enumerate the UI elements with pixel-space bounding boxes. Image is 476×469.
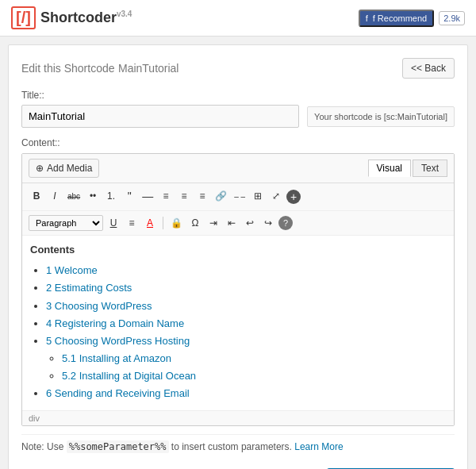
back-button[interactable]: << Back xyxy=(402,58,455,79)
toolbar-ul[interactable]: •• xyxy=(85,188,101,205)
toolbar-ol[interactable]: 1. xyxy=(103,188,119,205)
toolbar-redo[interactable]: ↪ xyxy=(260,215,276,232)
app-logo: [/] Shortcoderv3.4 xyxy=(11,6,132,29)
content-link[interactable]: 5.2 Installing at Digital Ocean xyxy=(62,370,196,382)
tab-text[interactable]: Text xyxy=(413,160,447,177)
shortcode-hint: Your shortcode is [sc:MainTutorial] xyxy=(307,106,455,127)
toolbar-hr[interactable]: — xyxy=(140,187,155,206)
content-link[interactable]: 1 Welcome xyxy=(46,264,98,276)
editor-statusbar: div xyxy=(22,410,454,425)
content-link[interactable]: 4 Registering a Domain Name xyxy=(46,317,184,329)
toolbar-indent[interactable]: ⇥ xyxy=(205,215,221,232)
add-media-button[interactable]: ⊕ Add Media xyxy=(29,159,99,178)
toolbar-align-center[interactable]: ≡ xyxy=(176,188,192,205)
editor-wrapper: ⊕ Add Media Visual Text B I abc •• 1. " … xyxy=(21,153,455,426)
visual-text-tabs: Visual Text xyxy=(368,160,447,177)
app-header: [/] Shortcoderv3.4 f f Recommend 2.9k xyxy=(0,0,476,37)
toolbar-bold[interactable]: B xyxy=(29,188,44,205)
toolbar-omega[interactable]: Ω xyxy=(187,215,203,232)
toolbar-color[interactable]: A xyxy=(142,215,158,232)
title-input[interactable] xyxy=(21,105,299,128)
add-media-icon: ⊕ xyxy=(36,163,44,174)
toolbar-undo[interactable]: ↩ xyxy=(242,215,258,232)
toolbar-more[interactable]: – – xyxy=(232,190,248,204)
list-item: 5 Choosing WordPress Hosting 5.1 Install… xyxy=(46,333,446,385)
main-panel: Edit this Shortcode MainTutorial << Back… xyxy=(8,44,468,469)
toolbar-row1: B I abc •• 1. " — ≡ ≡ ≡ 🔗 – – ⊞ ⤢ + xyxy=(22,183,454,211)
list-item: 3 Choosing WordPress xyxy=(46,298,446,315)
edit-page-title: Edit this Shortcode MainTutorial xyxy=(21,61,178,75)
toolbar-row2: Paragraph Heading 1 Heading 2 Heading 3 … xyxy=(22,211,454,236)
tab-visual[interactable]: Visual xyxy=(368,160,411,177)
content-list: 1 Welcome 2 Estimating Costs 3 Choosing … xyxy=(46,262,446,402)
toolbar-add[interactable]: + xyxy=(286,190,301,204)
header-actions: f f Recommend 2.9k xyxy=(359,10,465,27)
list-item: 4 Registering a Domain Name xyxy=(46,315,446,333)
content-link[interactable]: 2 Estimating Costs xyxy=(46,282,132,294)
learn-more-link[interactable]: Learn More xyxy=(294,441,343,452)
content-label: Content:: xyxy=(21,137,455,148)
content-link[interactable]: 5.1 Installing at Amazon xyxy=(62,352,171,364)
list-item: 2 Estimating Costs xyxy=(46,279,446,297)
toolbar-align-left[interactable]: ≡ xyxy=(158,188,174,205)
editor-content-area[interactable]: Contents 1 Welcome 2 Estimating Costs 3 … xyxy=(22,236,454,410)
toolbar-italic[interactable]: I xyxy=(47,188,63,205)
toolbar-link[interactable]: 🔗 xyxy=(213,188,229,205)
toolbar-blockquote[interactable]: " xyxy=(121,187,137,206)
toolbar-strikethrough[interactable]: abc xyxy=(65,190,83,204)
app-name: Shortcoderv3.4 xyxy=(40,10,132,26)
toolbar-underline[interactable]: U xyxy=(106,215,121,232)
statusbar-tag: div xyxy=(29,413,40,423)
paragraph-select[interactable]: Paragraph Heading 1 Heading 2 Heading 3 … xyxy=(29,215,103,231)
title-row: Your shortcode is [sc:MainTutorial] xyxy=(21,105,455,128)
content-link[interactable]: 3 Choosing WordPress xyxy=(46,300,152,312)
note-text: Note: Use xyxy=(21,441,67,452)
editor-topbar: ⊕ Add Media Visual Text xyxy=(22,154,454,183)
list-item: 6 Sending and Receiving Email xyxy=(46,385,446,402)
note-section: Note: Use %%someParameter%% to insert cu… xyxy=(21,434,455,459)
note-text2: to insert custom parameters. xyxy=(169,441,295,452)
toolbar-help[interactable]: ? xyxy=(278,216,293,230)
content-heading: Contents xyxy=(30,244,446,256)
note-code: %%someParameter%% xyxy=(67,440,169,453)
toolbar-outdent[interactable]: ⇤ xyxy=(224,215,240,232)
content-sublist: 5.1 Installing at Amazon 5.2 Installing … xyxy=(62,350,446,385)
toolbar-justify[interactable]: ≡ xyxy=(124,215,140,232)
fb-count: 2.9k xyxy=(439,11,465,25)
toolbar-fullscreen[interactable]: ⤢ xyxy=(268,188,284,205)
toolbar-align-right[interactable]: ≡ xyxy=(194,188,210,205)
toolbar-sep1 xyxy=(163,217,163,229)
toolbar-lock[interactable]: 🔒 xyxy=(168,215,185,232)
content-link[interactable]: 5 Choosing WordPress Hosting xyxy=(46,335,190,347)
fb-icon: f xyxy=(366,13,368,23)
list-item: 5.1 Installing at Amazon xyxy=(62,350,446,367)
logo-icon: [/] xyxy=(11,6,36,29)
list-item: 5.2 Installing at Digital Ocean xyxy=(62,367,446,385)
content-link[interactable]: 6 Sending and Receiving Email xyxy=(46,387,190,399)
title-label: Title:: xyxy=(21,90,455,101)
toolbar-kitchensink[interactable]: ⊞ xyxy=(250,188,266,205)
list-item: 1 Welcome xyxy=(46,262,446,279)
edit-header-row: Edit this Shortcode MainTutorial << Back xyxy=(21,58,455,79)
fb-recommend-button[interactable]: f f Recommend xyxy=(359,10,435,27)
